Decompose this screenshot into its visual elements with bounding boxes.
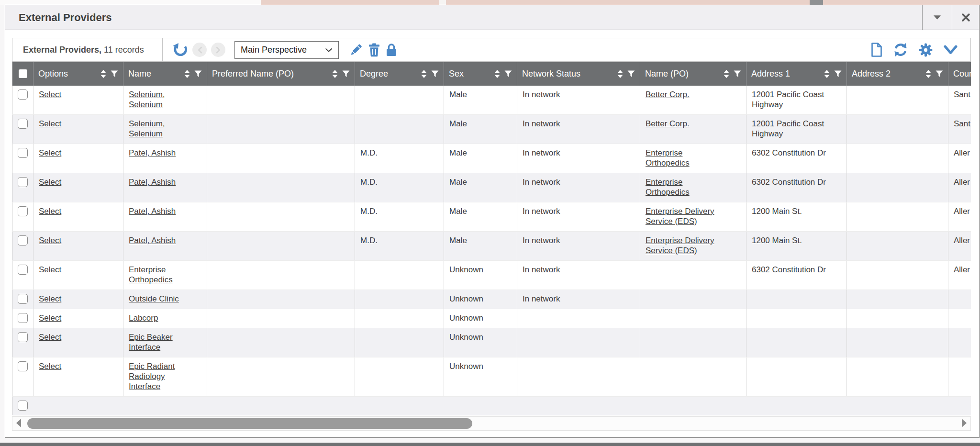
settings-button[interactable]	[918, 43, 933, 57]
toolbar-left-actions: Main Perspective	[163, 41, 398, 59]
row-checkbox[interactable]	[18, 361, 28, 371]
table-row: Select Epic Radiant Radiology Interface …	[12, 357, 971, 396]
new-row-checkbox[interactable]	[18, 401, 28, 411]
dialog-close-button[interactable]	[952, 5, 979, 30]
dialog-titlebar: External Providers	[5, 5, 979, 30]
next-icon	[211, 43, 225, 57]
providers-grid: Options	[12, 62, 971, 415]
next-button[interactable]	[211, 43, 225, 57]
delete-perspective-button[interactable]	[368, 43, 381, 57]
sex-cell: Unknown	[449, 362, 483, 371]
select-link[interactable]: Select	[39, 362, 61, 371]
horizontal-scrollbar[interactable]	[12, 416, 971, 431]
scrollbar-thumb[interactable]	[27, 418, 472, 429]
select-link[interactable]: Select	[39, 294, 61, 303]
select-link[interactable]: Select	[39, 90, 61, 99]
undo-button[interactable]	[172, 42, 188, 58]
sort-icon[interactable]	[421, 70, 427, 78]
filter-funnel-icon[interactable]	[111, 70, 118, 78]
previous-icon	[192, 43, 207, 57]
row-checkbox[interactable]	[18, 206, 28, 216]
name-po-link[interactable]: Better Corp.	[646, 119, 690, 128]
filter-funnel-icon[interactable]	[431, 70, 439, 78]
column-header-label: Address 1	[751, 69, 790, 79]
sort-icon[interactable]	[925, 70, 931, 78]
filter-funnel-icon[interactable]	[834, 70, 842, 78]
scroll-right-button[interactable]	[961, 419, 968, 428]
sort-icon[interactable]	[724, 70, 729, 78]
provider-name-link[interactable]: Epic Radiant Radiology Interface	[129, 362, 175, 391]
row-checkbox[interactable]	[18, 313, 28, 323]
row-checkbox[interactable]	[18, 332, 28, 342]
sex-cell: Male	[449, 90, 467, 99]
provider-name-link[interactable]: Outside Clinic	[129, 294, 179, 303]
select-link[interactable]: Select	[39, 178, 61, 187]
select-link[interactable]: Select	[39, 265, 61, 274]
column-header-label: Options	[38, 69, 68, 79]
dialog-restore-button[interactable]	[922, 5, 952, 30]
table-row: Select Patel, Ashish M.D. Male In networ…	[12, 231, 971, 260]
filter-funnel-icon[interactable]	[504, 70, 512, 78]
background-fragment	[261, 0, 980, 5]
sort-icon[interactable]	[494, 70, 500, 78]
sort-icon[interactable]	[100, 70, 106, 78]
filter-funnel-icon[interactable]	[342, 70, 350, 78]
row-checkbox[interactable]	[18, 265, 28, 275]
collapse-toolbar-button[interactable]	[943, 45, 958, 56]
sex-cell: Unknown	[449, 313, 483, 323]
background-fragment	[439, 0, 446, 5]
refresh-button[interactable]	[893, 42, 908, 57]
sort-icon[interactable]	[617, 70, 623, 78]
row-checkbox[interactable]	[18, 89, 28, 100]
provider-name-link[interactable]: Patel, Ashish	[129, 236, 176, 245]
name-po-link[interactable]: Enterprise Delivery Service (EDS)	[646, 207, 714, 226]
address1-cell: 1200 Main St.	[752, 236, 802, 245]
filter-funnel-icon[interactable]	[935, 70, 943, 78]
name-po-link[interactable]: Better Corp.	[646, 90, 690, 99]
row-checkbox[interactable]	[18, 148, 28, 158]
select-link[interactable]: Select	[39, 148, 61, 157]
network-status-cell: In network	[523, 119, 560, 128]
perspective-selected-value: Main Perspective	[241, 45, 307, 55]
filter-funnel-icon[interactable]	[734, 70, 741, 78]
select-link[interactable]: Select	[39, 333, 61, 342]
sex-cell: Unknown	[449, 333, 483, 342]
select-all-checkbox[interactable]	[19, 69, 27, 78]
provider-name-link[interactable]: Labcorp	[129, 313, 158, 323]
edit-perspective-button[interactable]	[349, 43, 363, 57]
provider-name-link[interactable]: Selenium, Selenium	[129, 119, 165, 138]
sort-icon[interactable]	[332, 70, 338, 78]
name-po-link[interactable]: Enterprise Orthopedics	[646, 148, 690, 167]
provider-name-link[interactable]: Patel, Ashish	[129, 148, 176, 157]
scroll-left-button[interactable]	[15, 419, 22, 428]
sort-icon[interactable]	[184, 70, 190, 78]
name-po-link[interactable]: Enterprise Delivery Service (EDS)	[646, 236, 714, 255]
sort-icon[interactable]	[824, 70, 830, 78]
county-cell: Aller	[954, 178, 970, 187]
select-link[interactable]: Select	[39, 236, 61, 245]
lock-perspective-button[interactable]	[385, 43, 398, 57]
provider-name-link[interactable]: Enterprise Orthopedics	[129, 265, 173, 284]
new-record-button[interactable]	[870, 42, 883, 57]
header-row: Options	[12, 62, 971, 86]
provider-name-link[interactable]: Patel, Ashish	[129, 178, 176, 187]
row-checkbox[interactable]	[18, 119, 28, 129]
select-link[interactable]: Select	[39, 119, 61, 128]
row-checkbox[interactable]	[18, 294, 28, 304]
caret-down-icon	[934, 15, 941, 20]
address1-cell: 1200 Main St.	[752, 207, 802, 216]
table-row: Select Enterprise Orthopedics Unknown In…	[12, 260, 971, 290]
filter-funnel-icon[interactable]	[627, 70, 635, 78]
filter-funnel-icon[interactable]	[194, 70, 202, 78]
previous-button[interactable]	[192, 43, 207, 57]
row-checkbox[interactable]	[18, 235, 28, 245]
external-providers-dialog: External Providers External Providers, 1…	[5, 5, 980, 438]
provider-name-link[interactable]: Epic Beaker Interface	[129, 333, 173, 352]
select-link[interactable]: Select	[39, 313, 61, 323]
provider-name-link[interactable]: Patel, Ashish	[129, 207, 176, 216]
select-link[interactable]: Select	[39, 207, 61, 216]
perspective-dropdown[interactable]: Main Perspective	[234, 41, 339, 59]
name-po-link[interactable]: Enterprise Orthopedics	[646, 178, 690, 197]
row-checkbox[interactable]	[18, 177, 28, 187]
provider-name-link[interactable]: Selenium, Selenium	[129, 90, 165, 109]
